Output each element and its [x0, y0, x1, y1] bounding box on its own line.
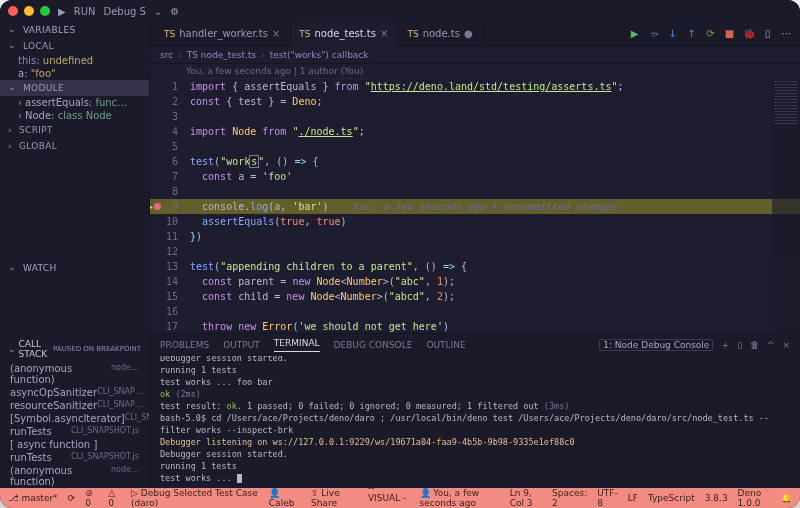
variables-section-header[interactable]: VARIABLES: [0, 22, 149, 38]
zoom-window-icon[interactable]: [40, 6, 50, 16]
debug-config-dropdown[interactable]: Debug S: [103, 6, 145, 17]
step-over-icon[interactable]: ⤼: [648, 28, 659, 39]
code-line[interactable]: 4import Node from "./node.ts";: [150, 124, 800, 139]
variable-row[interactable]: assertEquals: function asse…: [0, 96, 149, 109]
split-terminal-icon[interactable]: ▯: [737, 340, 742, 350]
eol[interactable]: LF: [628, 493, 638, 503]
editor-tabstrip: TShandler_worker.ts×TSnode_test.ts×TSnod…: [150, 22, 800, 46]
code-line[interactable]: 6test("works", () => {: [150, 154, 800, 169]
variables-module-header[interactable]: Module: [0, 80, 149, 96]
variable-row[interactable]: Node: class Node: [0, 109, 149, 122]
watch-section-header[interactable]: WATCH: [0, 260, 149, 276]
code-line[interactable]: 8: [150, 184, 800, 199]
code-line[interactable]: 5: [150, 139, 800, 154]
editor-tab[interactable]: TShandler_worker.ts×: [156, 22, 291, 46]
traffic-lights[interactable]: [8, 6, 50, 16]
language-mode[interactable]: TypeScript: [648, 493, 695, 503]
gear-icon[interactable]: ⚙: [170, 6, 179, 17]
debug-task[interactable]: ▷ Debug Selected Test Case (daro): [131, 488, 259, 508]
code-line[interactable]: 10 assertEquals(true, true): [150, 214, 800, 229]
code-line[interactable]: 14 const parent = new Node<Number>("abc"…: [150, 274, 800, 289]
code-line[interactable]: 3: [150, 109, 800, 124]
editor[interactable]: 1import { assertEquals } from "https://d…: [150, 79, 800, 333]
tab-terminal[interactable]: TERMINAL: [274, 338, 320, 352]
variable-row[interactable]: this: undefined: [0, 54, 149, 67]
terminal-line: test works ... foo bar: [160, 376, 790, 388]
variables-global-header[interactable]: Global: [0, 138, 149, 154]
callstack-section-header[interactable]: CALL STACK PAUSED ON BREAKPOINT: [0, 336, 149, 362]
code-line[interactable]: 12: [150, 244, 800, 259]
minimize-window-icon[interactable]: [24, 6, 34, 16]
deno-version[interactable]: Deno 1.0.0: [738, 488, 771, 508]
editor-tab[interactable]: TSnode.ts●: [399, 22, 483, 46]
new-terminal-icon[interactable]: +: [721, 340, 729, 350]
variables-local-header[interactable]: Local: [0, 38, 149, 54]
encoding[interactable]: UTF-8: [597, 488, 618, 508]
restart-icon[interactable]: ⟳: [705, 28, 716, 39]
terminal-line: Debugger listening on ws://127.0.0.1:922…: [160, 436, 790, 448]
run-chev-icon[interactable]: ▶: [58, 6, 66, 17]
indentation[interactable]: Spaces: 2: [552, 488, 587, 508]
errors-count[interactable]: ⊘ 0: [85, 488, 98, 508]
debug-config-chevron-icon[interactable]: ⌄: [154, 6, 162, 17]
callstack-frame[interactable]: runTestsCLI_SNAPSHOT.js: [0, 451, 149, 464]
liveshare-user[interactable]: 👤 Caleb: [269, 488, 301, 508]
callstack-frame[interactable]: resourceSanitizerCLI_SNAP…: [0, 399, 149, 412]
variable-row[interactable]: a: "foo": [0, 67, 149, 80]
terminal[interactable]: running 1 teststest works ... ok (3ms)te…: [150, 356, 800, 488]
callstack-frame[interactable]: (anonymous function)node…: [0, 362, 149, 386]
code-line[interactable]: 16: [150, 304, 800, 319]
gitlens-blame[interactable]: 👤 You, a few seconds ago: [420, 488, 500, 508]
warnings-count[interactable]: △ 0: [108, 488, 121, 508]
code-line[interactable]: 15 const child = new Node<Number>("abcd"…: [150, 289, 800, 304]
panel-tabstrip: PROBLEMS OUTPUT TERMINAL DEBUG CONSOLE O…: [150, 334, 800, 356]
step-into-icon[interactable]: ↓: [667, 28, 678, 39]
terminal-line: test result: ok. 1 passed; 0 failed; 0 i…: [160, 400, 790, 412]
minimap[interactable]: [772, 79, 800, 333]
callstack-frame[interactable]: asyncOpSanitizerCLI_SNAP…: [0, 386, 149, 399]
code-line[interactable]: 7 const a = 'foo': [150, 169, 800, 184]
callstack-frame[interactable]: [ async function ]: [0, 438, 149, 451]
close-tab-icon[interactable]: ×: [272, 28, 280, 39]
tab-debug-console[interactable]: DEBUG CONSOLE: [334, 340, 413, 350]
code-line[interactable]: 1import { assertEquals } from "https://d…: [150, 79, 800, 94]
code-line[interactable]: 2const { test } = Deno;: [150, 94, 800, 109]
git-branch[interactable]: ⎇ master*: [8, 493, 58, 503]
breadcrumb-part[interactable]: src: [160, 50, 173, 60]
kill-terminal-icon[interactable]: 🗑: [750, 340, 759, 350]
code-line[interactable]: 11}): [150, 229, 800, 244]
liveshare[interactable]: ⇪ Live Share: [311, 488, 358, 508]
code-line[interactable]: 17 throw new Error('we should not get he…: [150, 319, 800, 333]
code-line[interactable]: 13test("appending children to a parent",…: [150, 259, 800, 274]
ts-version[interactable]: 3.8.3: [705, 493, 728, 503]
callstack-frame[interactable]: (anonymous function)node…: [0, 464, 149, 488]
breadcrumb-part[interactable]: test("works") callback: [270, 50, 369, 60]
tab-outline[interactable]: OUTLINE: [426, 340, 465, 350]
callstack-frame[interactable]: runTestsCLI_SNAPSHOT.js: [0, 425, 149, 438]
continue-icon[interactable]: ▶: [629, 28, 640, 39]
stop-icon[interactable]: ■: [724, 28, 735, 39]
notifications-icon[interactable]: 🔔: [781, 493, 792, 503]
bug-icon[interactable]: 🐞: [743, 28, 754, 39]
close-tab-icon[interactable]: ×: [380, 28, 388, 39]
step-out-icon[interactable]: ↑: [686, 28, 697, 39]
more-actions-icon[interactable]: ⋯: [781, 28, 792, 39]
tab-output[interactable]: OUTPUT: [223, 340, 260, 350]
close-window-icon[interactable]: [8, 6, 18, 16]
vscode-window: ▶ RUN Debug S ⌄ ⚙ VARIABLES Local this: …: [0, 0, 800, 508]
split-editor-icon[interactable]: ▯: [762, 28, 773, 39]
editor-tab[interactable]: TSnode_test.ts×: [291, 22, 399, 46]
dirty-icon[interactable]: ●: [464, 28, 473, 39]
tab-problems[interactable]: PROBLEMS: [160, 340, 209, 350]
sync-icon[interactable]: ⟳: [68, 493, 76, 503]
breadcrumb-part[interactable]: TS node_test.ts: [187, 50, 256, 60]
terminal-selector[interactable]: 1: Node Debug Console: [599, 339, 713, 351]
close-panel-icon[interactable]: ×: [782, 340, 790, 350]
callstack-frame[interactable]: [Symbol.asyncIterator]CLI_SNAP…: [0, 412, 149, 425]
breadcrumb[interactable]: src› TS node_test.ts› test("works") call…: [150, 46, 800, 64]
variables-script-header[interactable]: Script: [0, 122, 149, 138]
maximize-panel-icon[interactable]: ^: [767, 340, 775, 350]
code-line[interactable]: 9 console.log(a, 'bar') You, a few secon…: [150, 199, 800, 214]
cursor-position[interactable]: Ln 9, Col 3: [510, 488, 542, 508]
breakpoint-icon[interactable]: [154, 203, 161, 210]
